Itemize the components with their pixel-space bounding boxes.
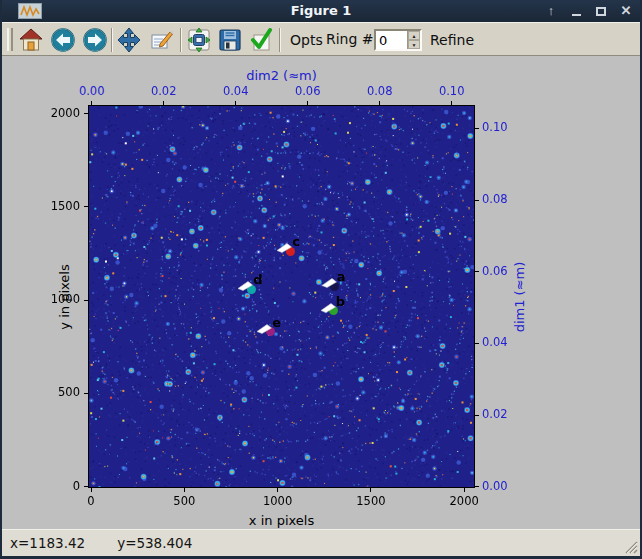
right-tick-label: 0.08 [482,192,508,206]
bottom-tick [91,487,92,492]
back-icon [50,27,76,53]
left-tick-label: 500 [32,385,80,399]
pan-icon [116,27,142,53]
bottom-tick [277,487,278,492]
right-tick-label: 0.00 [482,479,508,493]
bottom-tick-label: 2000 [450,494,479,508]
toolbar-separator [279,28,281,52]
figure-canvas-area: dim2 (≈m) dim1 (≈m) x in pixels y in pix… [2,56,640,529]
toolbar: Opts Ring # ▲ ▼ Refine [2,22,640,56]
ring-point-e-label: e [272,315,281,330]
left-tick [84,300,89,301]
subplots-icon [186,27,212,53]
right-axis-label: dim1 (≈m) [512,261,527,332]
right-tick [474,200,479,201]
bottom-tick [464,487,465,492]
top-tick [163,101,164,106]
left-tick-label: 1000 [32,292,80,306]
top-tick-label: 0.10 [439,84,465,98]
left-tick [84,393,89,394]
left-tick [84,486,89,487]
bottom-tick-label: 0 [87,494,94,508]
spin-down-button[interactable]: ▼ [408,40,420,49]
diffraction-image[interactable] [89,106,474,487]
ring-point-a-label: a [337,269,346,284]
apply-button[interactable] [246,25,276,55]
top-tick [235,101,236,106]
right-tick-label: 0.06 [482,264,508,278]
edit-note-icon [149,27,175,53]
ring-number-input[interactable] [376,31,407,49]
left-tick-label: 1500 [32,199,80,213]
maximize-button[interactable] [593,3,609,19]
ring-number-spinbox: ▲ ▼ [374,29,422,51]
save-button[interactable] [215,25,245,55]
forward-button[interactable] [80,25,110,55]
top-tick-label: 0.06 [295,84,321,98]
right-tick [474,271,479,272]
opts-button[interactable]: Opts [290,23,323,57]
save-icon [217,27,243,53]
bottom-tick-label: 1500 [356,494,385,508]
bottom-tick [184,487,185,492]
left-tick-label: 2000 [32,106,80,120]
right-tick-label: 0.10 [482,120,508,134]
titlebar[interactable]: Figure 1 ↑ ✕ [2,0,640,22]
left-tick-label: 0 [32,479,80,493]
cursor-x-readout: x=1183.42 [10,535,85,551]
back-button[interactable] [48,25,78,55]
spin-up-button[interactable]: ▲ [408,31,420,40]
zoom-rect-button[interactable] [147,25,177,55]
maximize-icon [596,7,606,16]
top-tick [379,101,380,106]
right-tick [474,415,479,416]
check-icon [248,27,274,53]
resize-grip[interactable] [622,538,638,554]
forward-icon [82,27,108,53]
top-tick-label: 0.08 [367,84,393,98]
ring-number-label: Ring # [326,23,374,57]
bottom-tick [370,487,371,492]
top-tick-label: 0.02 [151,84,177,98]
figure-window: Figure 1 ↑ ✕ [0,0,642,559]
home-icon [18,27,44,53]
top-tick [91,101,92,106]
right-tick [474,128,479,129]
ring-point-c-label: c [292,234,300,249]
statusbar: x=1183.42 y=538.404 [2,529,640,556]
ring-point-b-label: b [336,294,345,309]
toolbar-grip[interactable] [7,28,13,51]
right-tick [474,343,479,344]
bottom-tick-label: 500 [173,494,195,508]
top-tick [451,101,452,106]
top-tick [307,101,308,106]
bottom-tick-label: 1000 [263,494,292,508]
shade-button[interactable]: ↑ [543,3,559,19]
top-tick-label: 0.04 [223,84,249,98]
right-tick [474,486,479,487]
ring-point-d-label: d [253,272,262,287]
right-tick-label: 0.02 [482,407,508,421]
minimize-icon [572,14,581,16]
top-tick-label: 0.00 [79,84,105,98]
toolbar-separator [180,28,182,52]
toolbar-separator [111,28,113,52]
close-button[interactable]: ✕ [618,3,634,19]
left-tick [84,113,89,114]
minimize-button[interactable] [568,3,584,19]
left-tick [84,206,89,207]
pan-button[interactable] [114,25,144,55]
top-axis-label: dim2 (≈m) [246,68,317,83]
cursor-y-readout: y=538.404 [117,535,192,551]
home-button[interactable] [16,25,46,55]
subplots-button[interactable] [184,25,214,55]
bottom-axis-label: x in pixels [249,513,314,528]
right-tick-label: 0.04 [482,335,508,349]
refine-button[interactable]: Refine [430,23,474,57]
